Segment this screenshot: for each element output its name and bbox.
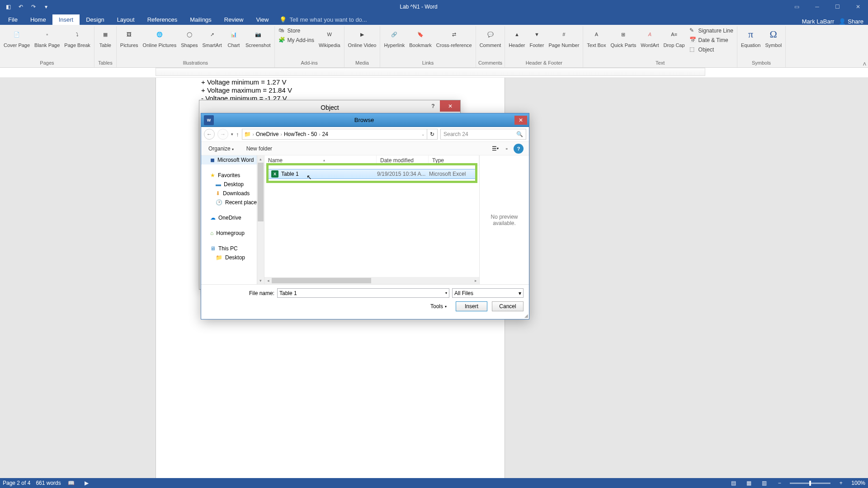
wordart-button[interactable]: AWordArt xyxy=(639,26,660,49)
comment-button[interactable]: 💬Comment xyxy=(478,26,503,49)
file-row-table1[interactable]: XTable 1 9/19/2015 10:34 A... Microsoft … xyxy=(268,169,476,179)
header-button[interactable]: ▲Header xyxy=(507,26,527,49)
nav-homegroup[interactable]: ⌂Homegroup xyxy=(201,229,264,238)
undo-button[interactable]: ↶ xyxy=(16,2,25,11)
tab-file[interactable]: File xyxy=(2,14,24,25)
nav-desktop[interactable]: ▬Desktop xyxy=(201,180,264,189)
drop-cap-button[interactable]: A≡Drop Cap xyxy=(661,26,686,49)
help-button[interactable]: ? xyxy=(514,144,524,154)
minimize-button[interactable]: ─ xyxy=(807,0,827,14)
nav-scroll-thumb[interactable] xyxy=(258,163,264,221)
forward-button[interactable]: → xyxy=(217,129,228,140)
online-video-button[interactable]: ▶Online Video xyxy=(346,26,378,49)
signature-line-button[interactable]: ✎Signature Line xyxy=(688,26,735,35)
ribbon-display-options[interactable]: ▭ xyxy=(787,0,807,14)
insert-button[interactable]: Insert xyxy=(456,301,487,311)
document-body[interactable]: + Voltage minimum = 1.27 V + Voltage max… xyxy=(201,78,459,103)
cover-page-button[interactable]: 📄Cover Page xyxy=(2,26,32,49)
macro-icon[interactable]: ▶ xyxy=(82,479,92,487)
shapes-button[interactable]: ◯Shapes xyxy=(179,26,199,49)
file-list-headers[interactable]: Name▴ Date modified Type xyxy=(264,155,479,165)
nav-this-pc[interactable]: 🖥This PC xyxy=(201,244,264,253)
bookmark-button[interactable]: 🔖Bookmark xyxy=(407,26,434,49)
quick-parts-button[interactable]: ⊞Quick Parts xyxy=(609,26,638,49)
tell-me-input[interactable]: 💡 Tell me what you want to do... xyxy=(275,14,371,25)
web-layout-button[interactable]: ▥ xyxy=(759,479,769,487)
share-button[interactable]: 👤 Share xyxy=(839,18,863,25)
screenshot-button[interactable]: 📷Screenshot xyxy=(244,26,273,49)
page-indicator[interactable]: Page 2 of 4 xyxy=(3,480,30,486)
file-filter-dropdown[interactable]: All Files▾ xyxy=(452,288,524,298)
tools-dropdown[interactable]: Tools▾ xyxy=(430,303,447,310)
redo-button[interactable]: ↷ xyxy=(29,2,38,11)
maximize-button[interactable]: ☐ xyxy=(827,0,848,14)
equation-button[interactable]: πEquation xyxy=(739,26,762,49)
page-number-button[interactable]: #Page Number xyxy=(547,26,581,49)
zoom-out-button[interactable]: − xyxy=(774,479,784,487)
tab-references[interactable]: References xyxy=(141,14,184,25)
organize-button[interactable]: Organize▾ xyxy=(207,145,236,153)
smartart-button[interactable]: ➚SmartArt xyxy=(201,26,224,49)
page-break-button[interactable]: ⤵Page Break xyxy=(62,26,92,49)
zoom-slider[interactable] xyxy=(790,483,830,484)
tab-mailings[interactable]: Mailings xyxy=(184,14,218,25)
hyperlink-button[interactable]: 🔗Hyperlink xyxy=(382,26,406,49)
customize-qa[interactable]: ▾ xyxy=(42,2,51,11)
breadcrumb-dropdown[interactable]: ⌄ xyxy=(421,132,425,136)
nav-onedrive[interactable]: ☁OneDrive xyxy=(201,213,264,222)
tab-review[interactable]: Review xyxy=(218,14,250,25)
back-button[interactable]: ← xyxy=(204,129,215,140)
close-window-button[interactable]: ✕ xyxy=(848,0,868,14)
footer-button[interactable]: ▼Footer xyxy=(528,26,546,49)
my-addins-button[interactable]: 🧩My Add-ins xyxy=(277,36,316,45)
read-mode-button[interactable]: ▤ xyxy=(728,479,738,487)
user-name[interactable]: Mark LaBarr xyxy=(802,18,835,25)
object-dialog-help-button[interactable]: ? xyxy=(426,100,440,112)
history-dropdown[interactable]: ▾ xyxy=(231,132,233,136)
nav-recent[interactable]: 🕑Recent places xyxy=(201,198,264,207)
tab-design[interactable]: Design xyxy=(80,14,110,25)
text-box-button[interactable]: AText Box xyxy=(585,26,608,49)
word-count[interactable]: 661 words xyxy=(36,480,61,486)
cancel-button[interactable]: Cancel xyxy=(492,301,524,311)
cross-reference-button[interactable]: ⇄Cross-reference xyxy=(434,26,474,49)
search-input[interactable]: Search 24 🔍 xyxy=(440,129,526,140)
nav-word[interactable]: ◼Microsoft Word xyxy=(201,155,264,164)
blank-page-button[interactable]: ▫Blank Page xyxy=(33,26,61,49)
print-layout-button[interactable]: ▦ xyxy=(744,479,754,487)
spell-check-icon[interactable]: 📖 xyxy=(66,479,76,487)
preview-pane-toggle[interactable]: ▫ xyxy=(502,144,512,154)
breadcrumb[interactable]: 📁 › OneDrive › HowTech - 50 › 24 ⌄ xyxy=(242,129,428,140)
table-button[interactable]: ▦Table xyxy=(96,26,114,49)
zoom-in-button[interactable]: + xyxy=(836,479,846,487)
autosave-icon[interactable]: ◧ xyxy=(4,2,13,11)
new-folder-button[interactable]: New folder xyxy=(245,145,274,153)
collapse-ribbon-button[interactable]: ᐱ xyxy=(863,61,866,66)
object-button[interactable]: ⬚Object xyxy=(688,45,735,54)
tab-layout[interactable]: Layout xyxy=(111,14,141,25)
symbol-button[interactable]: ΩSymbol xyxy=(763,26,783,49)
tab-insert[interactable]: Insert xyxy=(52,14,80,25)
browse-close-button[interactable]: ✕ xyxy=(514,116,527,125)
date-time-button[interactable]: 📅Date & Time xyxy=(688,36,735,45)
object-dialog-close-button[interactable]: ✕ xyxy=(440,100,460,112)
nav-desktop2[interactable]: 📁Desktop xyxy=(201,253,264,262)
refresh-button[interactable]: ↻ xyxy=(427,129,438,140)
chart-button[interactable]: 📊Chart xyxy=(225,26,243,49)
pictures-button[interactable]: 🖼Pictures xyxy=(118,26,140,49)
filename-input[interactable]: Table 1▾ xyxy=(277,288,449,298)
zoom-level[interactable]: 100% xyxy=(851,480,865,486)
hscroll-thumb[interactable] xyxy=(272,278,371,283)
wikipedia-button[interactable]: WWikipedia xyxy=(317,26,342,49)
nav-downloads[interactable]: ⬇Downloads xyxy=(201,189,264,198)
nav-favorites[interactable]: ★Favorites xyxy=(201,171,264,180)
nav-scrollbar[interactable]: ▴ ▾ xyxy=(257,155,264,284)
store-button[interactable]: 🛍Store xyxy=(277,26,316,35)
resize-grip[interactable]: ◢ xyxy=(524,313,528,318)
online-pictures-button[interactable]: 🌐Online Pictures xyxy=(141,26,179,49)
file-list-hscroll[interactable]: ◂ ▸ xyxy=(264,277,479,284)
view-options-button[interactable]: ☰ ▾ xyxy=(490,144,500,154)
tab-home[interactable]: Home xyxy=(24,14,52,25)
up-button[interactable]: ↑ xyxy=(236,131,239,138)
tab-view[interactable]: View xyxy=(250,14,275,25)
